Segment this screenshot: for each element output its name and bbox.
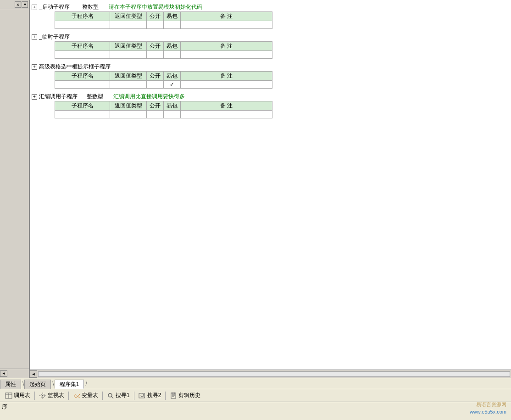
- svg-rect-16: [172, 392, 175, 394]
- startup-comment: 请在本子程序中放置易模块初始化代码: [109, 3, 202, 11]
- editor-content: + _启动子程序 整数型 请在本子程序中放置易模块初始化代码 子程序名 返回值类…: [30, 0, 511, 123]
- h-scroll-track[interactable]: [38, 371, 510, 377]
- startup-type: 整数型: [82, 3, 105, 11]
- clipboard-icon: [170, 392, 177, 399]
- tab-separator-2: \: [52, 381, 54, 387]
- col-easypack-2: 易包: [164, 42, 181, 51]
- advanced-table-wrapper: 子程序名 返回值类型 公开 易包 备 注: [42, 71, 509, 89]
- svg-line-11: [111, 397, 113, 398]
- col-public-2: 公开: [147, 42, 164, 51]
- left-panel-scrollbar[interactable]: ◄: [0, 369, 29, 378]
- tab-home[interactable]: 起始页: [24, 380, 51, 389]
- search1-button[interactable]: 搜寻1: [104, 391, 133, 401]
- col-public-4: 公开: [147, 101, 164, 111]
- search2-icon: [139, 392, 146, 399]
- asm-name: 汇编调用子程序: [39, 93, 85, 101]
- asm-comment: 汇编调用比直接调用要快得多: [113, 93, 185, 101]
- temp-table: 子程序名 返回值类型 公开 易包 备 注: [55, 41, 272, 59]
- divider-3: [102, 392, 103, 400]
- col-public-3: 公开: [147, 72, 164, 81]
- svg-point-10: [108, 393, 112, 397]
- col-notes-4: 备 注: [181, 101, 272, 111]
- watermark-line1: 易语言资源网: [470, 401, 506, 408]
- scroll-left-btn[interactable]: ◄: [0, 370, 7, 377]
- startup-row: + _启动子程序 整数型 请在本子程序中放置易模块初始化代码: [31, 3, 509, 11]
- editor-h-scrollbar[interactable]: ◄: [30, 370, 511, 378]
- col-return-type-1: 返回值类型: [110, 12, 147, 21]
- svg-point-13: [141, 394, 144, 397]
- divider-5: [165, 392, 166, 400]
- watermark: 易语言资源网 www.e5a5x.com: [470, 401, 506, 415]
- col-sub-name-1: 子程序名: [55, 12, 110, 21]
- asm-table-empty-row: [55, 111, 272, 118]
- variables-label: 变量表: [82, 392, 98, 399]
- col-public-1: 公开: [147, 12, 164, 21]
- startup-expand-btn[interactable]: +: [32, 5, 37, 10]
- col-sub-name-2: 子程序名: [55, 42, 110, 51]
- section-asm: ✎ + 汇编调用子程序 整数型 汇编调用比直接调用要快得多 子程序名: [31, 91, 509, 121]
- main-layout: × ▾ ◄ + _启动子程序 整数型 请在本子程: [0, 0, 511, 378]
- left-panel: × ▾ ◄: [0, 0, 30, 378]
- tab-separator-3: /: [85, 381, 87, 387]
- startup-table-wrapper: 子程序名 返回值类型 公开 易包 备 注: [42, 11, 509, 29]
- section-advanced: + 高级表格选中框提示框子程序 子程序名 返回值类型 公开: [31, 62, 509, 91]
- variables-button[interactable]: ◇◇ 变量表: [70, 391, 101, 401]
- startup-name: _启动子程序: [39, 3, 80, 11]
- asm-table-wrapper: 子程序名 返回值类型 公开 易包 备 注: [42, 101, 509, 118]
- svg-text:◇◇: ◇◇: [74, 393, 80, 398]
- temp-table-wrapper: 子程序名 返回值类型 公开 易包 备 注: [42, 41, 509, 59]
- asm-row: ✎ + 汇编调用子程序 整数型 汇编调用比直接调用要快得多: [31, 92, 509, 101]
- table-icon: [5, 392, 12, 399]
- temp-expand-btn[interactable]: +: [32, 34, 37, 40]
- divider-4: [134, 392, 134, 400]
- asm-table: 子程序名 返回值类型 公开 易包 备 注: [55, 101, 272, 118]
- col-notes-2: 备 注: [181, 42, 272, 51]
- h-scroll-left-btn[interactable]: ◄: [30, 370, 37, 378]
- close-icon[interactable]: ×: [15, 1, 21, 8]
- asm-expand-btn[interactable]: +: [32, 94, 37, 100]
- section-temp: + _临时子程序 子程序名 返回值类型 公开 易包: [31, 32, 509, 62]
- main-window: × ▾ ◄ + _启动子程序 整数型 请在本子程: [0, 0, 511, 420]
- status-bar: 序: [0, 402, 511, 420]
- tab-properties[interactable]: 属性: [0, 380, 21, 389]
- section-startup: + _启动子程序 整数型 请在本子程序中放置易模块初始化代码 子程序名 返回值类…: [31, 2, 509, 32]
- col-notes-3: 备 注: [181, 72, 272, 81]
- pin-icon[interactable]: ▾: [22, 1, 28, 8]
- bottom-toolbar: 调用表 监视表 ◇◇: [0, 389, 511, 402]
- col-return-type-3: 返回值类型: [110, 72, 147, 81]
- clipboard-label: 剪辑历史: [178, 392, 200, 399]
- col-return-type-4: 返回值类型: [110, 101, 147, 111]
- call-table-label: 调用表: [14, 392, 30, 399]
- left-panel-content: [0, 9, 29, 369]
- temp-row: + _临时子程序: [31, 33, 509, 41]
- watermark-line2: www.e5a5x.com: [470, 409, 506, 415]
- clipboard-button[interactable]: 剪辑历史: [167, 391, 204, 401]
- startup-table-empty-row: [55, 21, 272, 29]
- monitor-button[interactable]: 监视表: [36, 391, 67, 401]
- temp-table-empty-row: [55, 51, 272, 59]
- search2-button[interactable]: 搜寻2: [135, 391, 165, 401]
- search1-label: 搜寻1: [116, 392, 130, 399]
- tab-separator-1: \: [22, 381, 24, 387]
- editor-scroll-area[interactable]: + _启动子程序 整数型 请在本子程序中放置易模块初始化代码 子程序名 返回值类…: [30, 0, 511, 370]
- var-icon: ◇◇: [73, 392, 80, 399]
- advanced-row: + 高级表格选中框提示框子程序: [31, 62, 509, 71]
- startup-table: 子程序名 返回值类型 公开 易包 备 注: [55, 11, 272, 29]
- search2-label: 搜寻2: [147, 392, 161, 399]
- temp-name: _临时子程序: [39, 33, 80, 41]
- advanced-table: 子程序名 返回值类型 公开 易包 备 注: [55, 71, 272, 89]
- advanced-table-row-1: ✓: [55, 81, 272, 89]
- advanced-expand-btn[interactable]: +: [32, 64, 37, 70]
- col-sub-name-4: 子程序名: [55, 101, 110, 111]
- tab-programset1[interactable]: 程序集1: [55, 380, 84, 389]
- bottom-tabs: 属性 \ 起始页 \ 程序集1 /: [0, 378, 511, 389]
- col-easypack-1: 易包: [164, 12, 181, 21]
- search1-icon: [107, 392, 114, 399]
- asm-type: 整数型: [87, 93, 110, 101]
- call-table-button[interactable]: 调用表: [2, 391, 33, 401]
- advanced-name: 高级表格选中框提示框子程序: [39, 63, 112, 71]
- left-panel-top: × ▾: [0, 0, 29, 9]
- col-notes-1: 备 注: [181, 12, 272, 21]
- col-easypack-3: 易包: [164, 72, 181, 81]
- col-return-type-2: 返回值类型: [110, 42, 147, 51]
